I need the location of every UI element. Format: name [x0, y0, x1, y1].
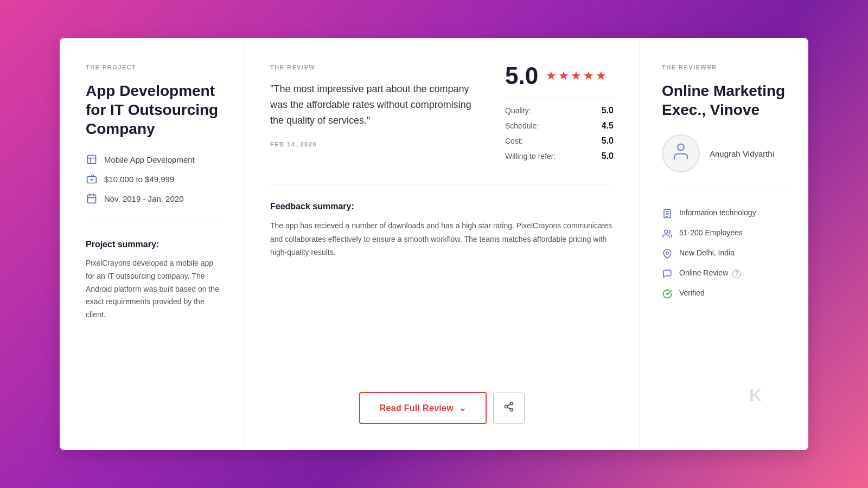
building-icon [662, 208, 673, 219]
read-full-review-label: Read Full Review [380, 403, 454, 413]
star-1: ★ [546, 69, 557, 83]
project-summary-label: Project summary: [86, 240, 222, 249]
review-section-label: THE REVIEW [270, 64, 483, 70]
schedule-label: Schedule: [505, 121, 539, 130]
detail-verified-text: Verified [679, 288, 705, 299]
reviewer-title: Online Marketing Exec., Vinove [662, 81, 787, 119]
cost-value: 5.0 [602, 136, 614, 146]
person-icon [671, 142, 691, 165]
review-top-section: THE REVIEW "The most impressive part abo… [270, 64, 614, 184]
svg-point-22 [666, 252, 669, 254]
chat-icon [662, 268, 673, 279]
score-divider [505, 98, 614, 98]
project-divider [86, 222, 222, 222]
svg-rect-6 [88, 195, 96, 203]
detail-review-type: Online Review ? [662, 268, 787, 279]
feedback-text: The app has recieved a number of downloa… [270, 219, 614, 370]
schedule-value: 4.5 [602, 121, 614, 131]
star-5: ★ [596, 69, 607, 83]
refer-label: Willing to refer: [505, 152, 556, 160]
reviewer-details: Information technology 51-200 Employees [662, 208, 787, 299]
reviewer-column: THE REVIEWER Online Marketing Exec., Vin… [640, 38, 808, 450]
chevron-down-icon: ⌄ [459, 403, 466, 413]
score-cost: Cost: 5.0 [505, 136, 614, 146]
reviewer-profile: Anugrah Vidyarthi [662, 134, 787, 190]
project-summary-text: PixelCrayons developed a mobile app for … [86, 257, 222, 322]
meta-item-date: Nov. 2019 - Jan. 2020 [86, 192, 222, 204]
money-icon [86, 173, 98, 185]
chart-icon [86, 153, 98, 165]
score-schedule: Schedule: 4.5 [505, 121, 614, 131]
avatar [662, 134, 700, 172]
users-icon [662, 228, 673, 239]
detail-location-text: New Delhi, India [679, 248, 735, 259]
share-button[interactable] [493, 393, 525, 424]
meta-date-text: Nov. 2019 - Jan. 2020 [104, 194, 183, 203]
review-date: FEB 14, 2020 [270, 141, 483, 147]
detail-employees: 51-200 Employees [662, 228, 787, 239]
review-quote: "The most impressive part about the comp… [270, 81, 483, 128]
star-2: ★ [558, 69, 569, 83]
help-icon: ? [732, 269, 741, 278]
svg-rect-0 [88, 156, 96, 164]
cost-label: Cost: [505, 137, 523, 145]
calendar-icon [86, 192, 98, 204]
check-icon [662, 288, 673, 299]
stars-container: ★ ★ ★ ★ ★ [546, 69, 607, 83]
read-full-review-button[interactable]: Read Full Review ⌄ [359, 392, 487, 424]
meta-category-text: Mobile App Development [104, 155, 195, 164]
overall-score-number: 5.0 [505, 64, 538, 88]
star-4: ★ [583, 69, 594, 83]
share-icon [503, 401, 514, 415]
review-quote-section: THE REVIEW "The most impressive part abo… [270, 64, 505, 166]
meta-item-category: Mobile App Development [86, 153, 222, 165]
project-column: THE PROJECT App Development for IT Outso… [60, 38, 244, 450]
quality-label: Quality: [505, 106, 531, 115]
score-refer: Willing to refer: 5.0 [505, 151, 614, 161]
detail-location: New Delhi, India [662, 248, 787, 259]
meta-item-budget: $10,000 to $49,999 [86, 173, 222, 185]
review-actions: Read Full Review ⌄ [270, 392, 614, 424]
refer-value: 5.0 [602, 151, 614, 161]
svg-point-21 [665, 230, 668, 233]
project-section-label: THE PROJECT [86, 64, 222, 70]
reviewer-section-label: THE REVIEWER [662, 64, 787, 70]
detail-review-type-text: Online Review ? [679, 268, 741, 279]
quality-value: 5.0 [602, 106, 614, 115]
feedback-label: Feedback summary: [270, 202, 614, 211]
svg-line-14 [508, 404, 511, 406]
review-scores-section: 5.0 ★ ★ ★ ★ ★ Quality: 5.0 [505, 64, 614, 166]
svg-line-13 [508, 407, 511, 409]
star-3: ★ [571, 69, 582, 83]
detail-employees-text: 51-200 Employees [679, 228, 743, 239]
svg-point-15 [678, 144, 684, 151]
meta-budget-text: $10,000 to $49,999 [104, 175, 174, 184]
review-bottom-section: Feedback summary: The app has recieved a… [270, 184, 614, 424]
location-icon [662, 248, 673, 259]
project-title: App Development for IT Outsourcing Compa… [86, 81, 222, 138]
review-column: THE REVIEW "The most impressive part abo… [244, 38, 640, 450]
overall-score: 5.0 ★ ★ ★ ★ ★ [505, 64, 614, 88]
detail-industry: Information technology [662, 208, 787, 219]
score-quality: Quality: 5.0 [505, 106, 614, 115]
reviewer-name: Anugrah Vidyarthi [710, 149, 774, 158]
project-meta: Mobile App Development $10,000 to $49,99… [86, 153, 222, 204]
clutch-watermark: K [749, 386, 761, 406]
detail-industry-text: Information technology [679, 208, 756, 219]
detail-verified: Verified [662, 288, 787, 299]
